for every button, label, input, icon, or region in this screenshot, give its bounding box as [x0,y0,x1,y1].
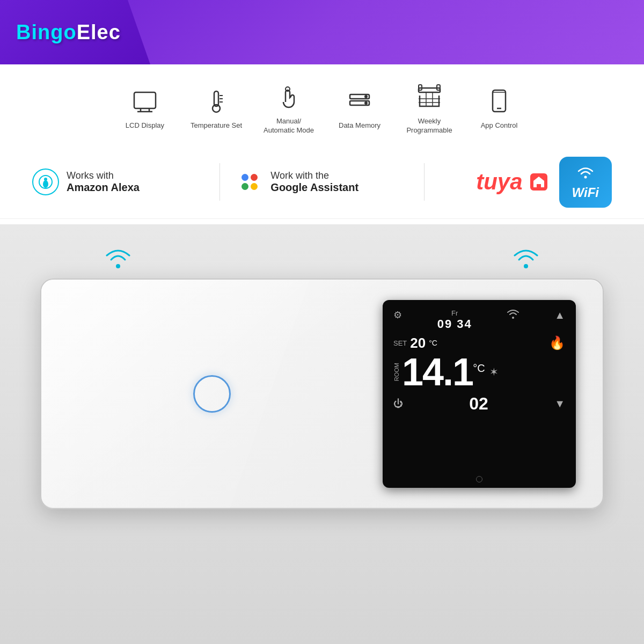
top-bar: BingoElec [0,0,644,64]
svg-point-30 [524,264,528,268]
alexa-compat: Works with Amazon Alexa [32,169,203,195]
wifi-signal-right [513,246,539,270]
compatibility-row: Works with Amazon Alexa [0,146,644,219]
lcd-main-unit: °C [473,362,485,375]
lcd-down-arrow[interactable]: ▼ [554,398,565,410]
google-dot-yellow [251,183,258,190]
lcd-bottom-row: ⏻ 02 ▼ [389,391,569,416]
wifi-left-icon [105,246,131,268]
wifi-badge-text: WiFi [572,185,599,200]
google-dot-blue [241,174,248,181]
feature-app: App Control [475,85,523,130]
thermostat-display: ⚙ Fr 09 34 ▲ [383,300,576,488]
google-dot-red [251,174,258,181]
lcd-set-label: SET [393,339,407,347]
touch-button[interactable] [193,375,231,413]
google-text: Work with the Google Assistant [270,170,358,194]
lcd-sun-icon: ✶ [489,365,499,378]
memory-icon [343,85,376,117]
thermometer-icon [200,85,232,117]
lcd-main-temp-row: ROOM 14.1 °C ✶ [389,353,569,391]
manual-auto-label: Manual/Automatic Mode [264,117,314,135]
svg-point-28 [584,175,587,178]
tuya-logo: tuya [476,169,548,195]
logo-area: BingoElec [0,0,150,64]
lcd-label: LCD Display [126,121,164,130]
alexa-icon [32,169,59,195]
lcd-main-temp: 14.1 [402,353,473,391]
google-line2: Google Assistant [270,181,358,194]
lcd-set-row: SET 20 °C 🔥 [389,334,569,353]
phone-icon [483,85,515,117]
feature-weekly: WeeklyProgrammable [405,80,453,135]
feature-manual-auto: Manual/Automatic Mode [264,80,314,135]
svg-point-25 [43,180,48,188]
lcd-flame-icon: 🔥 [549,335,565,350]
product-area: ⚙ Fr 09 34 ▲ [0,224,644,644]
alexa-line2: Amazon Alexa [67,181,140,194]
wifi-right-icon [513,246,539,268]
lcd-time: 09 34 [437,317,472,331]
google-dot-green [241,183,248,190]
main-container: BingoElec LCD Display [0,0,644,644]
temperature-label: Temperature Set [191,121,242,130]
lcd-day: Fr [437,309,472,317]
feature-data-memory: Data Memory [335,85,384,130]
google-line1: Work with the [270,170,358,181]
lcd-floor-number: 02 [469,394,488,414]
tuya-text: tuya [476,169,522,195]
lcd-gear-icon: ⚙ [393,309,402,321]
device-panel: ⚙ Fr 09 34 ▲ [40,279,604,509]
wifi-signal-icon [576,164,595,179]
svg-point-32 [512,317,514,319]
compat-divider2 [424,163,425,201]
lcd-wifi-icon [507,309,519,321]
switch-side [41,280,383,508]
brand-name-part1: Bingo [16,21,77,43]
lcd-set-unit: °C [429,339,437,347]
svg-rect-0 [134,92,156,108]
svg-point-29 [116,264,120,268]
alexa-line1: Works with [67,170,140,181]
touch-icon [273,80,305,113]
lcd-icon [129,85,161,117]
lcd-top-row: ⚙ Fr 09 34 ▲ [389,306,569,334]
lcd-small-circle [476,476,482,482]
svg-point-26 [44,178,47,181]
lcd-power-icon[interactable]: ⏻ [393,398,403,409]
wifi-badge-signal [576,164,595,183]
data-memory-label: Data Memory [339,121,380,130]
feature-lcd: LCD Display [121,85,169,130]
wifi-signals-row [40,246,604,270]
app-label: App Control [481,121,518,130]
lcd-set-temp: 20 [410,335,426,352]
wifi-signal-left [105,246,131,270]
weekly-icon [413,80,445,113]
features-row: LCD Display Temperature Set [0,64,644,146]
google-icon [236,169,263,195]
alexa-text: Works with Amazon Alexa [67,170,140,194]
wifi-badge: WiFi [559,157,612,208]
brand-logo: BingoElec [16,21,121,44]
feature-temperature: Temperature Set [191,85,242,130]
weekly-label: WeeklyProgrammable [406,117,452,135]
lcd-room-label: ROOM [393,363,400,381]
tuya-wifi-area: tuya [441,157,612,208]
svg-point-13 [365,102,367,104]
svg-point-12 [365,96,367,98]
tuya-home-icon [529,172,548,192]
lcd-up-arrow[interactable]: ▲ [554,309,565,321]
brand-name-part2: Elec [77,21,121,43]
google-compat: Work with the Google Assistant [236,169,407,195]
compat-divider1 [219,163,220,201]
